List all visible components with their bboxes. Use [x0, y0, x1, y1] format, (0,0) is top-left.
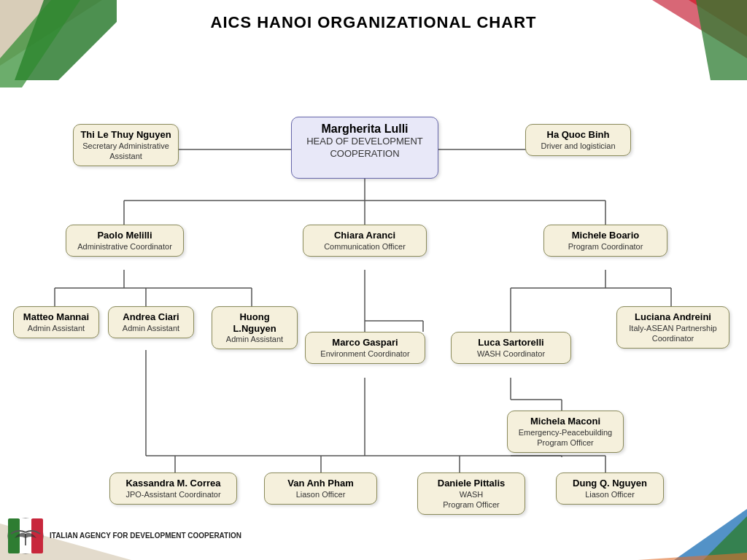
node-daniele: Daniele Pittalis WASHProgram Officer — [417, 472, 525, 515]
node-head-name: Margherita Lulli — [298, 122, 432, 136]
node-chiara: Chiara Aranci Communication Officer — [303, 225, 427, 257]
node-daniele-name: Daniele Pittalis — [424, 478, 519, 489]
node-paolo-title: Administrative Coordinator — [72, 241, 177, 252]
node-paolo: Paolo Melilli Administrative Coordinator — [66, 225, 184, 257]
node-marco-name: Marco Gaspari — [311, 337, 419, 349]
node-ha-title: Driver and logistician — [532, 141, 624, 151]
org-chart-lines — [0, 36, 747, 531]
node-dung-name: Dung Q. Nguyen — [562, 478, 657, 489]
node-chiara-title: Communication Officer — [309, 241, 420, 252]
node-michele-name: Michele Boario — [550, 230, 661, 241]
node-luciana-title: Italy-ASEAN PartnershipCoordinator — [623, 323, 723, 344]
node-huong-name: Huong L.Nguyen — [218, 311, 291, 334]
node-marco-title: Environment Coordinator — [311, 349, 419, 359]
node-matteo-name: Matteo Mannai — [20, 311, 93, 323]
svg-marker-10 — [638, 553, 747, 560]
node-huong: Huong L.Nguyen Admin Assistant — [212, 306, 298, 349]
node-huong-title: Admin Assistant — [218, 334, 291, 344]
node-kassandra-title: JPO-Assistant Coordinator — [116, 489, 231, 499]
node-vananh: Van Anh Pham Liason Officer — [264, 472, 377, 505]
node-andrea: Andrea Ciari Admin Assistant — [108, 306, 194, 338]
node-vananh-title: Liason Officer — [271, 489, 371, 499]
node-kassandra: Kassandra M. Correa JPO-Assistant Coordi… — [109, 472, 237, 505]
node-ha-name: Ha Quoc Binh — [532, 129, 624, 141]
logo-icon — [7, 518, 44, 554]
node-matteo: Matteo Mannai Admin Assistant — [13, 306, 99, 338]
node-marco: Marco Gaspari Environment Coordinator — [305, 332, 425, 364]
node-luciana: Luciana Andreini Italy-ASEAN Partnership… — [616, 306, 729, 349]
node-luca-name: Luca Sartorelli — [457, 337, 565, 349]
node-michela-title: Emergency-PeacebuildingProgram Officer — [514, 427, 617, 448]
node-michele-title: Program Coordinator — [550, 241, 661, 252]
page-title: AICS HANOI ORGANIZATIONAL CHART — [0, 0, 747, 36]
node-matteo-title: Admin Assistant — [20, 323, 93, 333]
node-ha: Ha Quoc Binh Driver and logistician — [525, 124, 631, 156]
node-michela: Michela Maconi Emergency-PeacebuildingPr… — [507, 411, 624, 453]
node-thi-name: Thi Le Thuy Nguyen — [80, 129, 172, 141]
node-andrea-title: Admin Assistant — [115, 323, 187, 333]
node-daniele-title: WASHProgram Officer — [424, 489, 519, 510]
node-thi-title: Secretary AdministrativeAssistant — [80, 141, 172, 162]
logo-text: ITALIAN AGENCY FOR DEVELOPMENT COOPERATI… — [50, 531, 241, 541]
node-michela-name: Michela Maconi — [514, 416, 617, 427]
node-andrea-name: Andrea Ciari — [115, 311, 187, 323]
node-paolo-name: Paolo Melilli — [72, 230, 177, 241]
node-thi: Thi Le Thuy Nguyen Secretary Administrat… — [73, 124, 179, 166]
node-dung-title: Liason Officer — [562, 489, 657, 499]
node-vananh-name: Van Anh Pham — [271, 478, 371, 489]
node-dung: Dung Q. Nguyen Liason Officer — [556, 472, 664, 505]
node-kassandra-name: Kassandra M. Correa — [116, 478, 231, 489]
node-michele: Michele Boario Program Coordinator — [543, 225, 667, 257]
node-chiara-name: Chiara Aranci — [309, 230, 420, 241]
node-luca-title: WASH Coordinator — [457, 349, 565, 359]
node-head-title: HEAD OF DEVELOPMENTCOOPERATION — [298, 136, 432, 160]
node-luciana-name: Luciana Andreini — [623, 311, 723, 323]
node-head: Margherita Lulli HEAD OF DEVELOPMENTCOOP… — [291, 117, 438, 179]
node-luca: Luca Sartorelli WASH Coordinator — [451, 332, 571, 364]
chart-area: Margherita Lulli HEAD OF DEVELOPMENTCOOP… — [0, 36, 747, 531]
logo-area: ITALIAN AGENCY FOR DEVELOPMENT COOPERATI… — [7, 518, 241, 554]
